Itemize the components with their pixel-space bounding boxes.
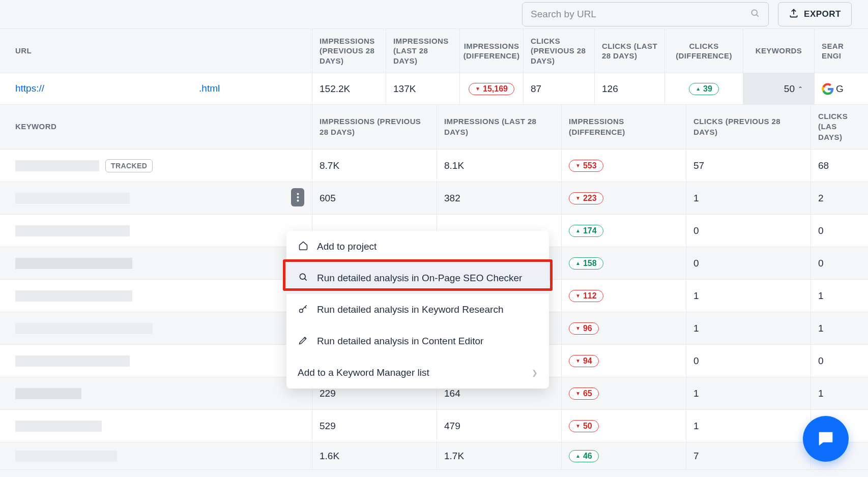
kw-imp-prev: 529 [312,410,437,442]
header-clicks-last[interactable]: CLICKS (LAST 28 DAYS) [595,29,665,73]
export-button[interactable]: EXPORT [778,2,852,26]
redacted-keyword [15,258,132,269]
redacted-keyword [15,323,153,334]
kw-clk-last: 1 [811,312,858,344]
kw-imp-diff: ▼96 [562,312,686,344]
kw-imp-diff: ▲158 [562,247,686,279]
keyword-row[interactable]: TRACKED8.7K8.1K▼5535768 [0,150,868,182]
dd-keyword-research[interactable]: Run detailed analysis in Keyword Researc… [286,294,549,325]
dd-label: Add to project [317,241,377,252]
kw-clk-prev: 1 [686,410,811,442]
kw-clk-prev: 1 [686,377,811,409]
export-icon [789,8,799,21]
header-clicks-diff[interactable]: CLICKS (DIFFERENCE) [665,29,743,73]
kw-clk-prev: 1 [686,312,811,344]
kw-clk-prev: 1 [686,182,811,214]
svg-line-1 [757,15,759,17]
header-impressions-diff[interactable]: IMPRESSIONS (DIFFERENCE) [460,29,524,73]
kw-imp-last: 382 [437,182,562,214]
kw-imp-diff: ▼94 [562,345,686,377]
redacted-keyword [15,355,130,367]
dd-label: Run detailed analysis in On-Page SEO Che… [317,273,522,284]
key-icon [298,304,309,316]
url-engines: G [815,73,855,104]
header-keywords[interactable]: KEYWORDS [743,29,815,73]
kw-clk-last: 0 [811,345,858,377]
dd-add-to-project[interactable]: Add to project [286,231,549,262]
chevron-up-icon: ⌃ [798,85,803,93]
dd-keyword-manager-list[interactable]: Add to a Keyword Manager list ❯ [286,357,549,389]
toolbar: EXPORT [0,0,868,28]
keyword-row[interactable]: 529479▼501 [0,410,868,442]
kw-header-clk-last[interactable]: CLICKS (LASDAYS) [811,105,858,149]
url-clicks-diff: ▲39 [665,73,743,104]
keyword-cell [0,377,312,409]
header-url[interactable]: URL [0,29,312,73]
search-icon [298,272,309,285]
url-keywords-expand[interactable]: 50⌃ [743,73,815,104]
engines-extra: G [836,83,844,95]
kw-clk-prev: 7 [686,442,811,469]
chevron-right-icon: ❯ [532,369,538,377]
url-clicks-last: 126 [595,73,665,104]
header-clicks-prev[interactable]: CLICKS (PREVIOUS 28 DAYS) [524,29,595,73]
svg-line-6 [305,278,307,280]
kw-clk-last: 2 [811,182,858,214]
home-icon [298,241,309,253]
redacted-keyword [15,193,130,204]
kw-imp-last: 479 [437,410,562,442]
redacted-keyword [15,225,130,236]
svg-point-0 [751,10,757,15]
url-clicks-prev: 87 [524,73,595,104]
keyword-cell [0,182,312,214]
kw-imp-prev: 8.7K [312,150,437,182]
kw-imp-last: 1.7K [437,442,562,469]
url-header-row: URL IMPRESSIONS (PREVIOUS 28 DAYS) IMPRE… [0,28,868,73]
dd-content-editor[interactable]: Run detailed analysis in Content Editor [286,325,549,357]
keyword-header-row: KEYWORD IMPRESSIONS (PREVIOUS 28 DAYS) I… [0,105,868,150]
keyword-row[interactable]: 1.6K1.7K▲46713 [0,442,868,470]
keyword-cell [0,215,312,247]
search-input[interactable] [531,9,750,20]
kw-imp-diff: ▼553 [562,150,686,182]
kw-clk-prev: 0 [686,215,811,247]
kw-clk-last: 1 [811,280,858,312]
keyword-cell [0,410,312,442]
keyword-cell: TRACKED [0,150,312,182]
keyword-row[interactable]: 605382▼22312 [0,182,868,215]
more-actions-button[interactable] [291,188,304,206]
kw-header-imp-diff[interactable]: IMPRESSIONS (DIFFERENCE) [562,105,686,149]
keyword-cell [0,280,312,312]
header-search-engines[interactable]: SEARENGI [815,29,855,73]
url-imp-diff: ▼15,169 [460,73,524,104]
kw-clk-last: 0 [811,215,858,247]
kw-imp-diff: ▼112 [562,280,686,312]
chat-fab[interactable] [803,416,849,462]
kw-header-imp-prev[interactable]: IMPRESSIONS (PREVIOUS 28 DAYS) [312,105,437,149]
kw-imp-diff: ▲46 [562,442,686,469]
svg-point-5 [300,274,305,279]
redacted-keyword [15,388,81,399]
export-label: EXPORT [804,9,841,19]
svg-point-3 [297,196,299,198]
kw-clk-prev: 57 [686,150,811,182]
kw-imp-diff: ▼65 [562,377,686,409]
search-box[interactable] [522,2,769,26]
kw-imp-prev: 1.6K [312,442,437,469]
dd-onpage-seo-checker[interactable]: Run detailed analysis in On-Page SEO Che… [286,262,549,294]
svg-point-7 [300,309,303,312]
header-impressions-prev[interactable]: IMPRESSIONS (PREVIOUS 28 DAYS) [312,29,386,73]
svg-point-2 [297,193,299,195]
kw-clk-prev: 0 [686,345,811,377]
kw-imp-last: 8.1K [437,150,562,182]
kw-header-keyword[interactable]: KEYWORD [0,105,312,149]
svg-point-4 [297,200,299,202]
header-impressions-last[interactable]: IMPRESSIONS (LAST 28 DAYS) [386,29,460,73]
kw-header-clk-prev[interactable]: CLICKS (PREVIOUS 28 DAYS) [686,105,811,149]
url-link[interactable]: https://.html [15,83,220,95]
url-cell[interactable]: https://.html [0,73,312,104]
kw-imp-diff: ▲174 [562,215,686,247]
redacted-keyword [15,160,99,171]
kw-header-imp-last[interactable]: IMPRESSIONS (LAST 28 DAYS) [437,105,562,149]
url-imp-last: 137K [386,73,460,104]
